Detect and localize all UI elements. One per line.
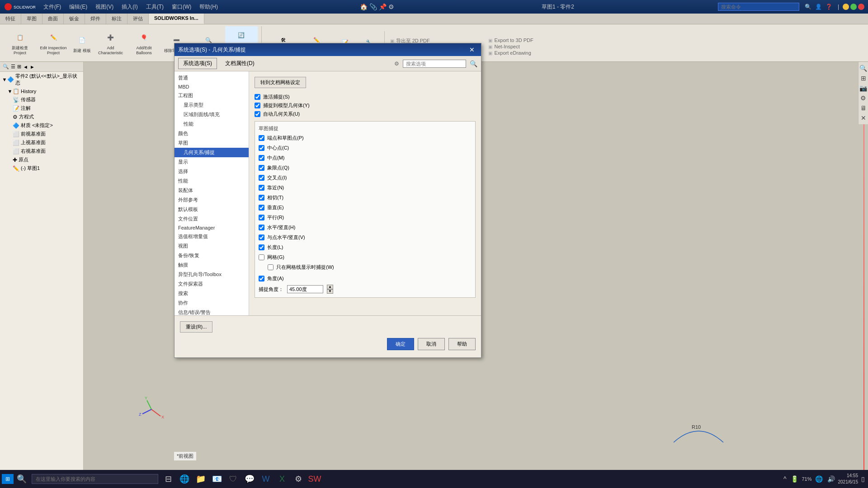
gear-icon[interactable]: ⚙	[388, 3, 394, 10]
chk-midpoint[interactable]	[259, 155, 264, 161]
options-general[interactable]: 普通	[175, 73, 249, 83]
chk-nearest[interactable]	[259, 185, 264, 191]
taskbar-wechat-icon[interactable]: 💬	[241, 471, 258, 487]
options-mbd[interactable]: MBD	[175, 83, 249, 91]
options-selection[interactable]: 选择	[175, 167, 249, 176]
side-display-icon[interactable]: 🖥	[859, 103, 868, 113]
options-performance[interactable]: 性能	[175, 119, 249, 129]
menu-help[interactable]: 帮助(H)	[196, 2, 222, 12]
chk-activate-snap[interactable]	[255, 94, 260, 100]
side-settings-icon[interactable]: ⚙	[859, 94, 868, 103]
side-search-icon[interactable]: 🔍	[859, 64, 868, 73]
options-perf[interactable]: 性能	[175, 176, 249, 186]
command-search-input[interactable]	[718, 3, 799, 11]
pin-icon[interactable]: 📌	[379, 3, 387, 10]
chk-intersection[interactable]	[259, 175, 264, 181]
tab-sheet-metal[interactable]: 钣金	[64, 14, 85, 24]
dialog-tab-document[interactable]: 文档属性(D)	[221, 58, 259, 69]
chk-snap-geometry[interactable]	[255, 103, 260, 108]
chk-angle[interactable]	[259, 276, 264, 282]
tree-part-root[interactable]: ▼ 🔷 零件2 (默认<<默认>_显示状态	[0, 72, 83, 87]
menu-edit[interactable]: 编辑(E)	[66, 2, 91, 12]
tray-battery-icon[interactable]: 🔋	[789, 474, 800, 483]
options-messages[interactable]: 信息/错误/警告	[175, 308, 249, 315]
tree-material[interactable]: 🔷 材质 <未指定>	[0, 121, 83, 130]
options-hatch[interactable]: 区域剖面线/填充	[175, 110, 249, 119]
chk-grid[interactable]	[259, 254, 264, 260]
tree-right-plane[interactable]: ⬜ 右视基准面	[0, 147, 83, 155]
taskbar-edge-icon[interactable]: 🌐	[176, 471, 193, 487]
dialog-close-button[interactable]: ✕	[467, 45, 477, 54]
btn-doc-grid-settings[interactable]: 转到文档网格设定	[255, 77, 306, 88]
options-search-input[interactable]	[403, 60, 466, 68]
tray-network-icon[interactable]: 🌐	[814, 474, 824, 483]
capture-angle-input[interactable]	[287, 285, 323, 293]
side-feature-icon[interactable]: ⊞	[859, 74, 868, 83]
tree-history[interactable]: ▼ 📋 History	[0, 87, 83, 95]
options-relations-snap[interactable]: 几何关系/捕捉	[175, 148, 249, 157]
tree-origin[interactable]: ✚ 原点	[0, 155, 83, 164]
tree-front-plane[interactable]: ⬜ 前视基准面	[0, 130, 83, 138]
options-search-btn[interactable]: 🔍	[470, 60, 477, 67]
taskbar-solidworks-icon[interactable]: SW	[307, 471, 323, 487]
options-display[interactable]: 显示	[175, 157, 249, 167]
help-button[interactable]: 帮助	[448, 338, 476, 350]
btn-net-inspect[interactable]: ▣Net-Inspect	[488, 44, 533, 49]
tab-weld[interactable]: 焊件	[85, 14, 106, 24]
user-icon[interactable]: 👤	[813, 3, 824, 11]
chk-length[interactable]	[259, 244, 264, 250]
options-view[interactable]: 视图	[175, 241, 249, 251]
chk-auto-relations[interactable]	[255, 111, 260, 117]
btn-export-edrawing[interactable]: ▣Export eDrawing	[488, 50, 533, 56]
taskbar-search-input[interactable]	[32, 474, 158, 484]
btn-edit-inspection-project[interactable]: ✏️ Edit Inspection Project	[37, 28, 70, 57]
options-backup[interactable]: 备份/恢复	[175, 251, 249, 260]
cancel-button[interactable]: 取消	[418, 338, 445, 350]
tree-equations[interactable]: ⚙ 方程式	[0, 113, 83, 121]
chk-tangent[interactable]	[259, 195, 264, 201]
options-file-explorer[interactable]: 文件探索器	[175, 279, 249, 289]
options-color[interactable]: 颜色	[175, 129, 249, 138]
btn-new-inspection-project[interactable]: 📋 新建检查 Project	[4, 28, 36, 57]
taskbar-mail-icon[interactable]: 📧	[209, 471, 225, 487]
btn-add-characteristic[interactable]: ➕ Add Characteristic	[94, 28, 127, 57]
options-external-ref[interactable]: 外部参考	[175, 195, 249, 205]
tree-annotations[interactable]: 📝 注解	[0, 104, 83, 113]
btn-new-template[interactable]: 📄 新建 模板	[71, 31, 94, 55]
home-icon[interactable]: 🏠	[360, 3, 368, 10]
side-camera-icon[interactable]: 📷	[859, 84, 868, 93]
maximize-button[interactable]	[850, 4, 857, 10]
chk-endpoints[interactable]	[259, 135, 264, 141]
menu-window[interactable]: 窗口(W)	[168, 2, 195, 12]
tray-show-desktop[interactable]: ▯	[860, 474, 866, 483]
options-assembly[interactable]: 装配体	[175, 186, 249, 195]
options-display-type[interactable]: 显示类型	[175, 100, 249, 110]
close-button[interactable]	[858, 4, 864, 10]
view-list-icon[interactable]: ☰	[11, 64, 15, 70]
dialog-tab-system[interactable]: 系统选项(S)	[178, 58, 217, 69]
nav-next-icon[interactable]: ►	[30, 64, 35, 70]
help-icon[interactable]: ❓	[824, 3, 834, 11]
side-collapse-icon[interactable]: ✕	[859, 113, 868, 122]
angle-spin-down[interactable]: ▼	[327, 289, 333, 294]
tab-surface[interactable]: 曲面	[42, 14, 64, 24]
system-clock[interactable]: 14:55 2021/6/15	[838, 473, 859, 485]
options-spin-box[interactable]: 选值框增量值	[175, 232, 249, 241]
chk-horiz-point[interactable]	[259, 235, 264, 240]
tab-solidworks-inspection[interactable]: SOLIDWORKS In...	[149, 14, 204, 24]
minimize-button[interactable]	[843, 4, 849, 10]
btn-add-edit-balloons[interactable]: 🎈 Add/Edit Balloons	[128, 28, 160, 57]
taskbar-word-icon[interactable]: W	[258, 471, 274, 487]
chk-quadrant[interactable]	[259, 165, 264, 171]
chk-center[interactable]	[259, 145, 264, 151]
tab-annotation[interactable]: 标注	[106, 14, 127, 24]
options-touch[interactable]: 触摸	[175, 260, 249, 270]
tab-evaluate[interactable]: 评估	[127, 14, 149, 24]
options-default-templates[interactable]: 默认模板	[175, 205, 249, 214]
tray-chevron[interactable]: ^	[782, 474, 788, 483]
taskbar-task-view[interactable]: ⊟	[160, 471, 176, 487]
options-sketch[interactable]: 草图	[175, 138, 249, 148]
tray-volume-icon[interactable]: 🔊	[826, 474, 836, 483]
menu-insert[interactable]: 插入(I)	[118, 2, 141, 12]
options-toolbox[interactable]: 异型孔向导/Toolbox	[175, 270, 249, 279]
